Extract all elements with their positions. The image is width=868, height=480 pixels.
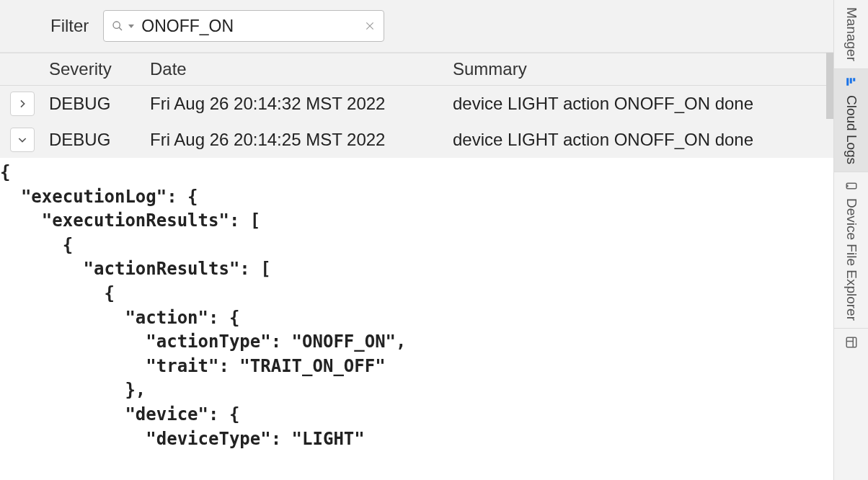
chevron-down-icon: [17, 134, 28, 146]
layout-icon: [845, 334, 858, 350]
svg-rect-4: [853, 78, 855, 81]
svg-rect-5: [849, 78, 851, 84]
panel-tab-device-file-explorer[interactable]: Device File Explorer: [834, 172, 868, 329]
col-summary: Summary: [453, 59, 833, 79]
cloud-logs-icon: [845, 75, 858, 91]
expand-toggle[interactable]: [10, 92, 35, 116]
log-table: Severity Date Summary DEBUG Fri Aug 26 2…: [0, 53, 833, 480]
scrollbar-thumb[interactable]: [826, 53, 833, 119]
right-tool-strip: Manager Cloud Logs Device File Explorer: [833, 0, 868, 480]
table-row[interactable]: DEBUG Fri Aug 26 20:14:25 MST 2022 devic…: [0, 122, 833, 158]
cell-summary: device LIGHT action ONOFF_ON done: [453, 94, 833, 114]
svg-line-1: [119, 27, 122, 30]
panel-tab-manager[interactable]: Manager: [834, 0, 868, 69]
panel-tab-label: Cloud Logs: [843, 95, 859, 164]
col-severity: Severity: [49, 59, 150, 79]
panel-tab-cloud-logs[interactable]: Cloud Logs: [834, 69, 868, 172]
chevron-right-icon: [17, 98, 28, 110]
col-date: Date: [150, 59, 453, 79]
svg-rect-6: [846, 78, 849, 86]
panel-tab-extra[interactable]: [834, 329, 868, 349]
table-row[interactable]: DEBUG Fri Aug 26 20:14:32 MST 2022 devic…: [0, 86, 833, 122]
clear-filter-button[interactable]: [363, 19, 376, 32]
expand-toggle[interactable]: [10, 128, 35, 152]
cell-severity: DEBUG: [49, 94, 150, 114]
log-viewer-main: Filter Severity Date Summary: [0, 0, 833, 480]
cell-date: Fri Aug 26 20:14:25 MST 2022: [150, 130, 453, 150]
cell-severity: DEBUG: [49, 130, 150, 150]
filter-search-box[interactable]: [103, 10, 384, 42]
filter-bar: Filter: [0, 0, 833, 53]
filter-label: Filter: [50, 16, 89, 36]
cell-summary: device LIGHT action ONOFF_ON done: [453, 130, 833, 150]
search-icon: [111, 19, 124, 32]
device-icon: [845, 178, 858, 194]
cell-date: Fri Aug 26 20:14:32 MST 2022: [150, 94, 453, 114]
panel-tab-label: Device File Explorer: [843, 198, 859, 321]
search-dropdown-arrow-icon[interactable]: [128, 25, 134, 28]
svg-point-0: [113, 22, 120, 28]
expanded-json-payload[interactable]: { "executionLog": { "executionResults": …: [0, 158, 833, 480]
svg-rect-9: [846, 337, 856, 347]
panel-tab-label: Manager: [843, 7, 859, 61]
table-header: Severity Date Summary: [0, 53, 833, 86]
filter-input[interactable]: [141, 17, 363, 36]
